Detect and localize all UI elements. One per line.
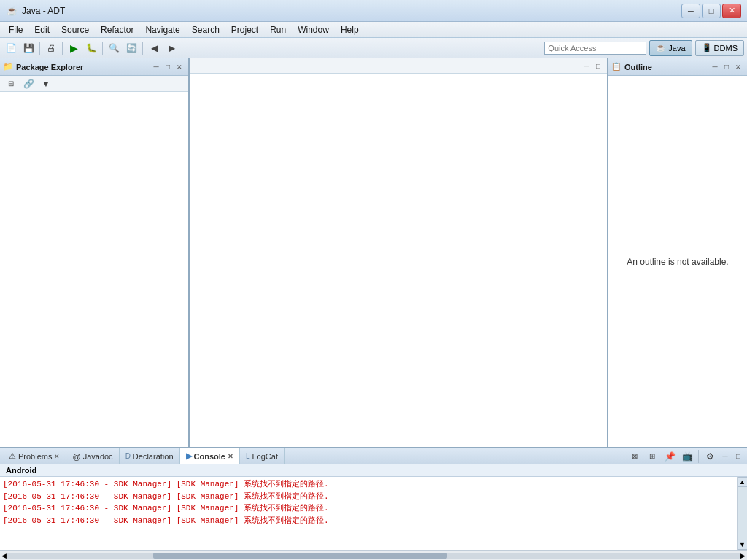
main-layout: 📁 Package Explorer ─ □ ✕ ⊟ 🔗 ▼ ─ □ xyxy=(0,58,747,560)
console-copy-button[interactable]: ⊞ xyxy=(644,448,660,464)
menu-item-run[interactable]: Run xyxy=(264,22,292,37)
horizontal-scrollbar[interactable]: ◀ ▶ xyxy=(0,550,747,560)
outline-panel: 📋 Outline ─ □ ✕ An outline is not availa… xyxy=(608,58,747,447)
package-explorer-label: Package Explorer xyxy=(16,63,83,71)
console-log-line: [2016-05-31 17:46:30 - SDK Manager] [SDK… xyxy=(3,478,734,491)
tab-javadoc[interactable]: @ Javadoc xyxy=(66,448,119,464)
menu-item-help[interactable]: Help xyxy=(335,22,365,37)
menu-item-file[interactable]: File xyxy=(3,22,28,37)
bottom-minimize[interactable]: ─ xyxy=(719,451,731,462)
new-button[interactable]: 📄 xyxy=(3,40,19,56)
java-perspective-button[interactable]: ☕ Java xyxy=(649,40,692,56)
bottom-toolbar: ⊠ ⊞ 📌 📺 ⚙ ─ □ xyxy=(627,448,744,464)
back-button[interactable]: ◀ xyxy=(146,40,162,56)
outline-title: 📋 Outline xyxy=(611,62,709,71)
menu-item-window[interactable]: Window xyxy=(292,22,335,37)
toolbar-separator-2 xyxy=(62,42,63,55)
outline-content: An outline is not available. xyxy=(608,76,747,447)
maximize-button[interactable]: □ xyxy=(702,4,721,18)
package-explorer-content xyxy=(0,92,188,447)
minimize-button[interactable]: ─ xyxy=(681,4,700,18)
debug-button[interactable]: 🐛 xyxy=(83,40,99,56)
save-button[interactable]: 💾 xyxy=(20,40,36,56)
package-explorer-header: 📁 Package Explorer ─ □ ✕ xyxy=(0,58,188,76)
problems-close[interactable]: ✕ xyxy=(54,453,60,460)
console-scrollbar[interactable]: ▲ ▼ xyxy=(737,477,747,550)
forward-button[interactable]: ▶ xyxy=(163,40,179,56)
search-button[interactable]: 🔍 xyxy=(106,40,122,56)
package-explorer-minimize[interactable]: ─ xyxy=(150,61,162,73)
tab-logcat[interactable]: L LogCat xyxy=(240,448,285,464)
problems-label: Problems xyxy=(18,452,52,461)
editor-minimize[interactable]: ─ xyxy=(581,60,592,71)
tab-console[interactable]: ▶ Console ✕ xyxy=(180,448,240,464)
quick-access-input[interactable] xyxy=(544,42,646,55)
menu-bar: FileEditSourceRefactorNavigateSearchProj… xyxy=(0,22,747,38)
scroll-right-arrow[interactable]: ▶ xyxy=(740,552,746,559)
menu-item-source[interactable]: Source xyxy=(55,22,95,37)
console-settings-button[interactable]: ⚙ xyxy=(702,448,718,464)
print-button[interactable]: 🖨 xyxy=(43,40,59,56)
scroll-track[interactable] xyxy=(738,487,747,540)
outline-minimize[interactable]: ─ xyxy=(709,61,721,73)
menu-item-edit[interactable]: Edit xyxy=(28,22,55,37)
console-log-line: [2016-05-31 17:46:30 - SDK Manager] [SDK… xyxy=(3,491,734,503)
console-view-button[interactable]: 📺 xyxy=(679,448,695,464)
menu-item-search[interactable]: Search xyxy=(186,22,225,37)
horizontal-scroll-thumb[interactable] xyxy=(153,553,446,559)
horizontal-scroll-track[interactable] xyxy=(7,553,740,559)
package-explorer-maximize[interactable]: □ xyxy=(162,61,174,73)
menu-item-navigate[interactable]: Navigate xyxy=(139,22,185,37)
console-area: [2016-05-31 17:46:30 - SDK Manager] [SDK… xyxy=(0,477,747,550)
outline-label: Outline xyxy=(624,63,652,71)
scroll-down-arrow[interactable]: ▼ xyxy=(738,540,748,550)
toolbar: 📄 💾 🖨 ▶ 🐛 🔍 🔄 ◀ ▶ ☕ Java 📱 DDMS xyxy=(0,38,747,58)
title-bar: ☕ Java - ADT ─ □ ✕ xyxy=(0,0,747,22)
console-icon: ▶ xyxy=(186,451,192,461)
package-explorer-close[interactable]: ✕ xyxy=(174,61,185,73)
link-with-editor-button[interactable]: 🔗 xyxy=(20,76,36,92)
ddms-perspective-label: DDMS xyxy=(714,44,738,52)
outline-empty-message: An outline is not available. xyxy=(627,257,728,267)
ddms-perspective-button[interactable]: 📱 DDMS xyxy=(695,40,744,56)
console-android-label: Android xyxy=(0,464,747,477)
tab-problems[interactable]: ⚠ Problems ✕ xyxy=(3,448,66,464)
run-button[interactable]: ▶ xyxy=(66,40,82,56)
declaration-label: Declaration xyxy=(133,452,174,461)
console-close[interactable]: ✕ xyxy=(228,453,233,460)
toolbar-separator-1 xyxy=(39,42,40,55)
java-perspective-label: Java xyxy=(668,44,685,52)
package-explorer-icon: 📁 xyxy=(3,62,13,71)
editor-maximize[interactable]: □ xyxy=(592,60,604,71)
menu-item-project[interactable]: Project xyxy=(225,22,264,37)
close-button[interactable]: ✕ xyxy=(722,4,741,18)
logcat-icon: L xyxy=(246,452,250,460)
window-controls: ─ □ ✕ xyxy=(681,4,741,18)
bottom-tabs-bar: ⚠ Problems ✕ @ Javadoc D Declaration ▶ C… xyxy=(0,448,747,464)
ddms-perspective-icon: 📱 xyxy=(702,43,712,52)
scroll-left-arrow[interactable]: ◀ xyxy=(1,552,7,559)
menu-item-refactor[interactable]: Refactor xyxy=(95,22,139,37)
outline-icon: 📋 xyxy=(611,62,622,71)
bottom-sep xyxy=(698,450,699,463)
scroll-up-arrow[interactable]: ▲ xyxy=(738,477,748,487)
console-pin-button[interactable]: 📌 xyxy=(662,448,678,464)
javadoc-label: Javadoc xyxy=(83,452,113,461)
collapse-all-button[interactable]: ⊟ xyxy=(3,76,19,92)
tab-declaration[interactable]: D Declaration xyxy=(120,448,180,464)
package-explorer-toolbar: ⊟ 🔗 ▼ xyxy=(0,76,188,92)
logcat-label: LogCat xyxy=(252,452,277,461)
toolbar-separator-3 xyxy=(102,42,103,55)
console-log-line: [2016-05-31 17:46:30 - SDK Manager] [SDK… xyxy=(3,515,734,527)
toolbar-separator-4 xyxy=(142,42,143,55)
view-menu-button[interactable]: ▼ xyxy=(38,76,54,92)
quick-access-area: ☕ Java 📱 DDMS xyxy=(544,40,744,56)
console-clear-button[interactable]: ⊠ xyxy=(627,448,643,464)
console-output: [2016-05-31 17:46:30 - SDK Manager] [SDK… xyxy=(0,477,737,550)
bottom-maximize[interactable]: □ xyxy=(732,451,744,462)
outline-maximize[interactable]: □ xyxy=(721,61,732,73)
refresh-button[interactable]: 🔄 xyxy=(123,40,139,56)
javadoc-icon: @ xyxy=(72,452,80,461)
console-log-line: [2016-05-31 17:46:30 - SDK Manager] [SDK… xyxy=(3,502,734,515)
outline-close[interactable]: ✕ xyxy=(732,61,744,73)
